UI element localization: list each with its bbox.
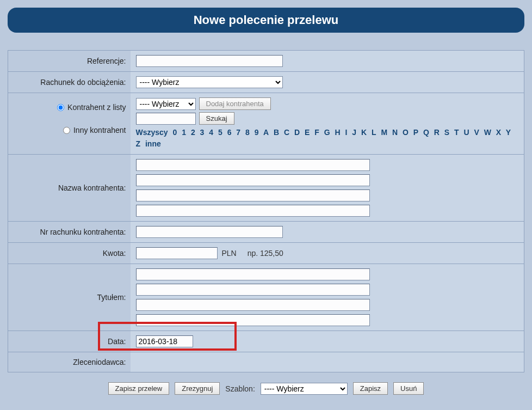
- alpha-link[interactable]: 2: [191, 128, 195, 137]
- nazwa-input-4[interactable]: [136, 205, 370, 217]
- zapisz-przelew-button[interactable]: Zapisz przelew: [108, 382, 170, 395]
- rachunek-select[interactable]: ---- Wybierz: [136, 76, 283, 88]
- alpha-link[interactable]: 4: [209, 128, 213, 137]
- szablon-select[interactable]: ---- Wybierz: [261, 383, 348, 395]
- label-rachunek: Rachunek do obciążenia:: [8, 72, 131, 93]
- alpha-link[interactable]: D: [294, 128, 300, 137]
- zapisz-button[interactable]: Zapisz: [353, 382, 388, 395]
- alpha-link[interactable]: S: [444, 128, 449, 137]
- szablon-label: Szablon:: [225, 384, 255, 393]
- alpha-link[interactable]: W: [484, 128, 491, 137]
- alpha-filter-links: Wszyscy 0 1 2 3 4 5 6 7 8 9 A B C D E F …: [136, 127, 519, 150]
- alpha-link[interactable]: 9: [255, 128, 259, 137]
- nazwa-input-2[interactable]: [136, 174, 370, 186]
- label-referencje: Referencje:: [8, 51, 131, 72]
- kwota-hint: np. 125,50: [248, 249, 283, 258]
- alpha-link[interactable]: Z: [136, 139, 141, 148]
- nr-rachunku-input[interactable]: [136, 226, 283, 238]
- alpha-link[interactable]: R: [434, 128, 440, 137]
- tytulem-input-2[interactable]: [136, 284, 370, 296]
- alpha-link[interactable]: Wszyscy: [136, 128, 168, 137]
- alpha-link[interactable]: 0: [173, 128, 177, 137]
- tytulem-input-3[interactable]: [136, 299, 370, 311]
- alpha-link[interactable]: 5: [218, 128, 222, 137]
- alpha-link[interactable]: L: [372, 128, 376, 137]
- label-data: Data:: [8, 331, 131, 352]
- alpha-link[interactable]: 8: [245, 128, 250, 137]
- usun-button[interactable]: Usuń: [393, 382, 424, 395]
- alpha-link[interactable]: J: [352, 128, 356, 137]
- label-zleceniodawca: Zleceniodawca:: [8, 352, 131, 372]
- radio-inny-kontrahent[interactable]: [63, 127, 70, 134]
- alpha-link[interactable]: K: [361, 128, 367, 137]
- alpha-link[interactable]: T: [454, 128, 459, 137]
- dodaj-kontrahenta-button[interactable]: Dodaj kontrahenta: [199, 97, 271, 110]
- data-input[interactable]: [136, 335, 193, 347]
- alpha-link[interactable]: X: [496, 128, 501, 137]
- alpha-link[interactable]: inne: [145, 139, 161, 148]
- alpha-link[interactable]: Q: [423, 128, 429, 137]
- alpha-link[interactable]: O: [403, 128, 409, 137]
- alpha-link[interactable]: H: [335, 128, 340, 137]
- alpha-link[interactable]: M: [381, 128, 387, 137]
- alpha-link[interactable]: U: [463, 128, 469, 137]
- transfer-form: Referencje: Rachunek do obciążenia: ----…: [8, 50, 524, 372]
- footer-actions: Zapisz przelew Zrezygnuj Szablon: ---- W…: [8, 382, 524, 395]
- kwota-currency: PLN: [222, 249, 237, 258]
- label-nazwa: Nazwa kontrahenta:: [8, 155, 131, 222]
- kwota-input[interactable]: [136, 247, 218, 259]
- alpha-link[interactable]: A: [263, 128, 269, 137]
- alpha-link[interactable]: V: [474, 128, 479, 137]
- szukaj-button[interactable]: Szukaj: [199, 112, 234, 125]
- kontrahent-select[interactable]: ---- Wybierz: [136, 98, 196, 110]
- tytulem-input-1[interactable]: [136, 268, 370, 280]
- alpha-link[interactable]: 7: [236, 128, 240, 137]
- alpha-link[interactable]: Y: [506, 128, 511, 137]
- label-nr-rachunku: Nr rachunku kontrahenta:: [8, 222, 131, 243]
- alpha-link[interactable]: P: [413, 128, 418, 137]
- label-kwota: Kwota:: [8, 243, 131, 264]
- tytulem-input-4[interactable]: [136, 314, 370, 326]
- alpha-link[interactable]: N: [392, 128, 398, 137]
- label-inny-kontrahent: Inny kontrahent: [73, 126, 126, 134]
- referencje-input[interactable]: [136, 55, 283, 67]
- label-tytulem: Tytułem:: [8, 264, 131, 331]
- page-title: Nowe polecenie przelewu: [8, 8, 524, 33]
- kontrahent-search-input[interactable]: [136, 113, 196, 125]
- alpha-link[interactable]: F: [314, 128, 319, 137]
- nazwa-input-3[interactable]: [136, 189, 370, 201]
- alpha-link[interactable]: 1: [182, 128, 186, 137]
- alpha-link[interactable]: C: [284, 128, 289, 137]
- alpha-link[interactable]: I: [345, 128, 347, 137]
- label-kontrahent-lista: Kontrahent z listy: [67, 103, 126, 112]
- alpha-link[interactable]: B: [274, 128, 279, 137]
- zrezygnuj-button[interactable]: Zrezygnuj: [175, 382, 220, 395]
- radio-kontrahent-lista[interactable]: [57, 104, 64, 111]
- alpha-link[interactable]: E: [305, 128, 310, 137]
- alpha-link[interactable]: G: [324, 128, 330, 137]
- alpha-link[interactable]: 6: [227, 128, 232, 137]
- alpha-link[interactable]: 3: [200, 128, 205, 137]
- zleceniodawca-value: [131, 352, 524, 372]
- nazwa-input-1[interactable]: [136, 159, 370, 171]
